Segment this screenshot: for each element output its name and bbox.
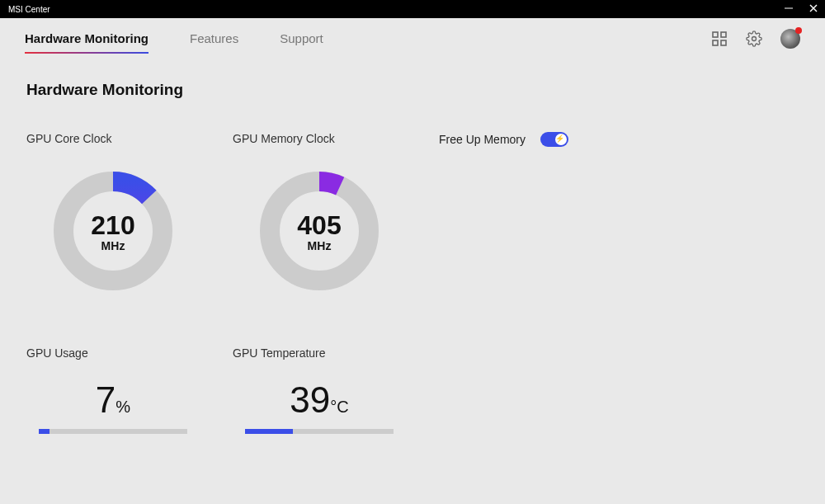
page-title: Hardware Monitoring <box>26 81 799 99</box>
tab-support[interactable]: Support <box>280 26 323 52</box>
gpu-temperature-label: GPU Temperature <box>233 346 406 360</box>
gear-icon[interactable] <box>746 31 762 47</box>
avatar[interactable] <box>780 29 800 49</box>
gpu-core-clock-label: GPU Core Clock <box>26 132 200 145</box>
app-title: MSI Center <box>8 5 50 14</box>
gpu-usage-label: GPU Usage <box>26 346 200 360</box>
gpu-core-clock-gauge: 210 MHz <box>47 165 179 297</box>
gpu-usage-bar-fill <box>39 429 50 434</box>
svg-rect-5 <box>713 40 718 45</box>
gpu-temperature-bar-fill <box>245 429 293 434</box>
gpu-usage-value: 7% <box>26 379 200 421</box>
close-icon[interactable] <box>808 3 818 16</box>
gpu-memory-clock-value: 405 <box>297 210 341 241</box>
svg-rect-3 <box>713 32 718 37</box>
gpu-memory-clock-label: GPU Memory Clock <box>233 132 406 145</box>
minimize-icon[interactable] <box>784 3 794 16</box>
window-titlebar: MSI Center <box>0 0 825 18</box>
gpu-core-clock-unit: MHz <box>101 239 125 252</box>
apps-grid-icon[interactable] <box>711 31 728 47</box>
gpu-temperature-bar <box>245 429 394 434</box>
bolt-icon: ⚡ <box>555 134 564 143</box>
free-up-memory-label: Free Up Memory <box>439 133 526 146</box>
svg-rect-6 <box>721 40 726 45</box>
tab-hardware-monitoring[interactable]: Hardware Monitoring <box>25 26 148 52</box>
gpu-usage-bar <box>39 429 187 434</box>
top-nav: Hardware Monitoring Features Support <box>0 18 825 59</box>
gpu-memory-clock-unit: MHz <box>308 239 332 252</box>
svg-rect-4 <box>721 32 726 37</box>
gpu-core-clock-value: 210 <box>91 210 134 241</box>
svg-point-7 <box>752 37 757 41</box>
gpu-temperature-value: 39°C <box>233 379 406 421</box>
free-up-memory-toggle[interactable]: ⚡ <box>540 132 568 147</box>
tab-features[interactable]: Features <box>190 26 238 52</box>
gpu-memory-clock-gauge: 405 MHz <box>253 165 385 297</box>
